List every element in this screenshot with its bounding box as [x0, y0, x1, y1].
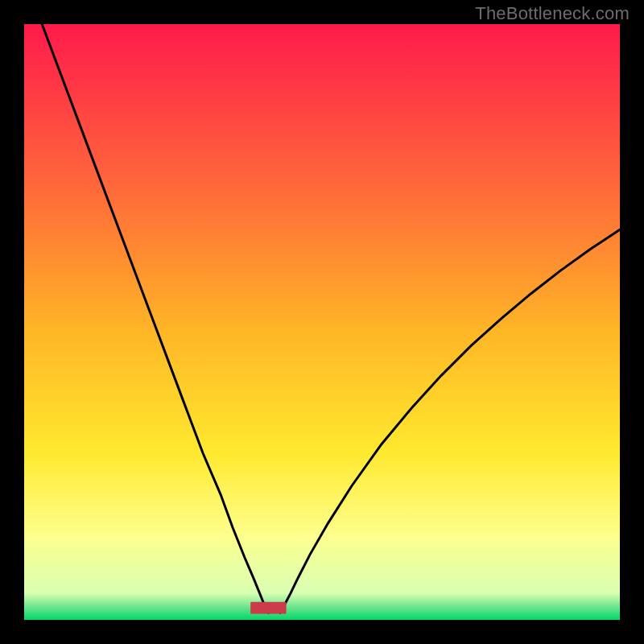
gradient-background	[24, 24, 620, 620]
optimum-marker	[250, 602, 286, 614]
bottleneck-chart	[24, 24, 620, 620]
plot-area	[24, 24, 620, 620]
watermark-text: TheBottleneck.com	[475, 3, 630, 24]
outer-frame: TheBottleneck.com	[0, 0, 644, 644]
